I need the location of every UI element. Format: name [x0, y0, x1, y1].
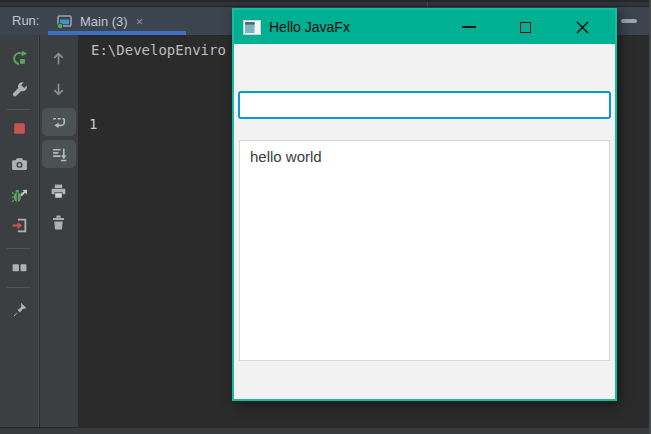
rerun-icon	[11, 50, 28, 67]
javafx-text-area[interactable]: hello world	[239, 140, 610, 361]
close-button[interactable]	[554, 10, 611, 44]
run-label: Run:	[12, 7, 39, 35]
console-controls-toolbar	[40, 35, 78, 427]
soft-wrap-toggle[interactable]	[42, 108, 76, 136]
scroll-to-end-icon	[51, 146, 68, 163]
maximize-button[interactable]	[497, 10, 554, 44]
toolbar-separator	[7, 287, 31, 288]
maximize-icon	[520, 22, 531, 33]
dump-threads-button[interactable]	[8, 152, 30, 174]
minimize-button[interactable]	[440, 10, 497, 44]
down-arrow-icon	[50, 81, 67, 98]
pin-icon	[11, 301, 28, 318]
close-icon	[576, 21, 589, 34]
exit-button[interactable]	[8, 214, 30, 236]
run-controls-toolbar	[0, 35, 39, 427]
javafx-text-field[interactable]	[238, 91, 611, 119]
print-button[interactable]	[47, 180, 69, 202]
ide-bottom-strip	[0, 427, 651, 434]
scroll-to-end-toggle[interactable]	[42, 140, 76, 168]
printer-icon	[50, 183, 67, 200]
javafx-titlebar[interactable]: Hello JavaFx	[234, 10, 615, 44]
window-controls	[440, 10, 611, 44]
layout-icon	[11, 259, 28, 276]
attach-debugger-button[interactable]	[8, 184, 30, 206]
edit-configuration-button[interactable]	[8, 78, 30, 100]
app-icon	[243, 20, 261, 35]
javafx-window: Hello JavaFx hello world	[232, 8, 617, 401]
console-output-line: 1	[89, 116, 97, 132]
stop-icon	[11, 120, 28, 137]
wrench-icon	[11, 81, 28, 98]
exit-icon	[11, 217, 28, 234]
minimize-icon	[462, 26, 476, 28]
up-arrow-icon	[50, 50, 67, 67]
restore-layout-button[interactable]	[8, 256, 30, 278]
tab-close-icon[interactable]: ×	[136, 15, 144, 28]
rerun-button[interactable]	[8, 47, 30, 69]
ide-run-tool-window: Run: Main (3) ×	[0, 0, 651, 434]
clear-console-button[interactable]	[47, 211, 69, 233]
console-command-line: E:\DevelopEnviro	[91, 42, 226, 58]
trash-icon	[50, 214, 67, 231]
hide-toolwindow-icon[interactable]	[621, 19, 637, 23]
toolbar-separator	[7, 248, 31, 249]
prev-occurrence-button[interactable]	[47, 47, 69, 69]
tab-label: Main (3)	[80, 14, 128, 29]
toolbar-separator	[7, 109, 31, 110]
javafx-window-title: Hello JavaFx	[269, 19, 350, 35]
camera-icon	[11, 155, 28, 172]
soft-wrap-icon	[51, 114, 68, 131]
next-occurrence-button[interactable]	[47, 78, 69, 100]
stop-button[interactable]	[8, 117, 30, 139]
ide-top-strip	[0, 0, 651, 7]
run-console-icon	[56, 13, 73, 30]
restart-debug-icon	[11, 187, 28, 204]
pin-tab-button[interactable]	[8, 298, 30, 320]
